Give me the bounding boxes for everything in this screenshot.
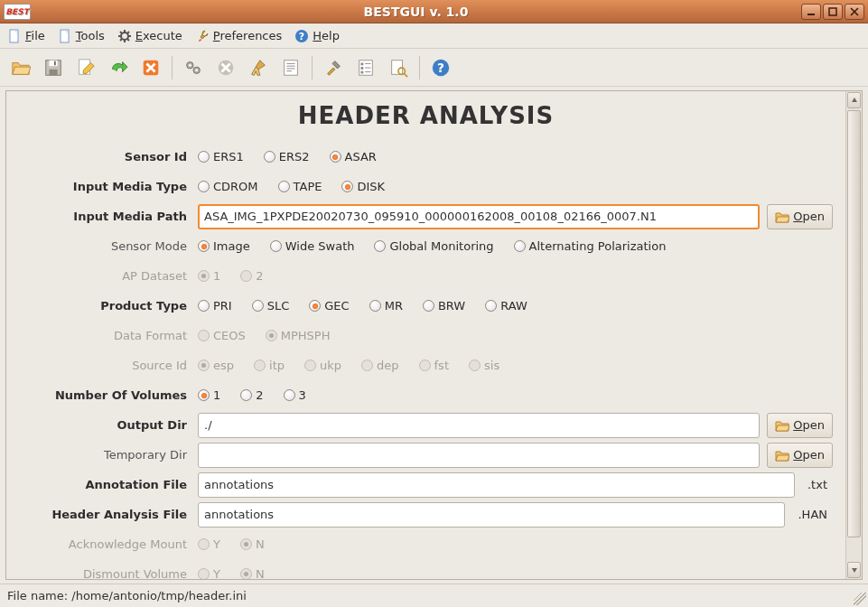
svg-point-4 xyxy=(121,33,128,40)
radio-ack-n: N xyxy=(240,537,265,551)
help-icon[interactable]: ? xyxy=(427,54,454,81)
temporary-dir-field[interactable] xyxy=(198,443,760,468)
radio-vol-2[interactable]: 2 xyxy=(240,388,263,402)
label-ack-mount: Acknowledge Mount xyxy=(19,537,198,551)
svg-point-23 xyxy=(189,63,191,66)
help-icon: ? xyxy=(294,29,309,43)
menu-tools[interactable]: Tools xyxy=(58,29,105,43)
label-num-volumes: Number Of Volumes xyxy=(19,388,198,402)
svg-line-40 xyxy=(404,73,407,77)
label-input-media-type: Input Media Type xyxy=(19,180,198,193)
radio-vol-3[interactable]: 3 xyxy=(284,388,306,402)
radio-df-mphsph: MPHSPH xyxy=(266,329,331,342)
open-folder-icon[interactable] xyxy=(7,54,34,81)
toolbar: ? xyxy=(0,49,868,87)
checklist-icon[interactable] xyxy=(352,54,379,81)
scroll-up-icon[interactable] xyxy=(847,92,861,108)
close-x-icon[interactable] xyxy=(137,54,164,81)
open-folder-icon xyxy=(775,210,789,224)
save-floppy-icon[interactable] xyxy=(40,54,67,81)
radio-media-disk[interactable]: DISK xyxy=(341,180,385,193)
radio-sensor-ers1[interactable]: ERS1 xyxy=(198,150,244,163)
svg-text:?: ? xyxy=(299,31,304,42)
edit-document-icon[interactable] xyxy=(72,54,99,81)
gears-icon[interactable] xyxy=(180,54,207,81)
annotation-file-ext: .txt xyxy=(802,478,833,491)
header-file-ext: .HAN xyxy=(792,508,833,521)
gear-icon xyxy=(117,29,132,43)
open-temp-dir-button[interactable]: Open xyxy=(767,443,833,468)
radio-sensor-asar[interactable]: ASAR xyxy=(330,150,377,163)
wrench-icon xyxy=(195,29,210,43)
menu-file[interactable]: File xyxy=(7,29,45,43)
radio-ptype-gec[interactable]: GEC xyxy=(309,299,349,313)
ap-dataset-group: 1 2 xyxy=(198,269,833,283)
svg-rect-0 xyxy=(807,14,815,15)
radio-src-itp: itp xyxy=(254,359,285,372)
radio-ptype-raw[interactable]: RAW xyxy=(485,299,527,313)
radio-ptype-pri[interactable]: PRI xyxy=(198,299,232,313)
menu-help[interactable]: ? Help xyxy=(294,29,340,43)
input-media-path-field[interactable] xyxy=(198,204,760,229)
open-folder-icon xyxy=(775,418,789,433)
radio-dis-y: Y xyxy=(198,567,220,579)
scroll-down-icon[interactable] xyxy=(847,562,861,578)
radio-media-cdrom[interactable]: CDROM xyxy=(198,180,258,193)
open-output-dir-button[interactable]: Open xyxy=(767,413,833,438)
radio-mode-wideswath[interactable]: Wide Swath xyxy=(270,239,355,253)
menu-preferences[interactable]: Preferences xyxy=(195,29,282,43)
menu-execute[interactable]: Execute xyxy=(117,29,182,43)
data-format-group: CEOS MPHSPH xyxy=(198,329,833,342)
broom-icon[interactable] xyxy=(245,54,272,81)
svg-rect-16 xyxy=(49,60,57,65)
label-source-id: Source Id xyxy=(19,359,198,372)
radio-vol-1[interactable]: 1 xyxy=(198,388,220,402)
radio-ptype-mr[interactable]: MR xyxy=(369,299,403,313)
radio-media-tape[interactable]: TAPE xyxy=(278,180,322,193)
open-media-path-button[interactable]: Open xyxy=(767,204,833,229)
sensor-mode-group: Image Wide Swath Global Monitoring Alter… xyxy=(198,239,833,253)
sensor-id-group: ERS1 ERS2 ASAR xyxy=(198,150,833,163)
svg-line-12 xyxy=(127,32,129,33)
radio-mode-image[interactable]: Image xyxy=(198,239,250,253)
arrow-redo-icon[interactable] xyxy=(105,54,132,81)
log-icon[interactable] xyxy=(277,54,304,81)
scroll-track[interactable] xyxy=(847,110,861,560)
svg-rect-1 xyxy=(829,8,836,15)
toolbar-separator xyxy=(312,56,313,79)
scroll-thumb[interactable] xyxy=(847,110,861,537)
header-file-field[interactable] xyxy=(198,502,785,528)
svg-rect-17 xyxy=(49,69,57,74)
resize-grip-icon[interactable] xyxy=(854,593,866,605)
svg-rect-36 xyxy=(361,70,364,73)
label-header-file: Header Analysis File xyxy=(19,508,198,521)
close-button[interactable] xyxy=(845,4,864,20)
input-media-type-group: CDROM TAPE DISK xyxy=(198,180,833,193)
docsearch-icon[interactable] xyxy=(385,54,412,81)
annotation-file-field[interactable] xyxy=(198,472,795,498)
output-dir-field[interactable] xyxy=(198,413,760,438)
radio-src-ukp: ukp xyxy=(304,359,341,372)
menu-file-label: File xyxy=(25,29,45,42)
radio-src-fst: fst xyxy=(419,359,449,372)
tools-icon[interactable] xyxy=(320,54,347,81)
radio-sensor-ers2[interactable]: ERS2 xyxy=(264,150,310,163)
label-output-dir: Output Dir xyxy=(19,418,198,432)
app-badge: BEST xyxy=(4,4,31,20)
radio-ptype-brw[interactable]: BRW xyxy=(423,299,465,313)
cancel-circle-icon[interactable] xyxy=(212,54,239,81)
radio-mode-global[interactable]: Global Monitoring xyxy=(374,239,493,253)
maximize-button[interactable] xyxy=(823,4,843,20)
menubar: File Tools Execute Preferences ? Help xyxy=(0,23,868,49)
document-icon xyxy=(58,29,72,43)
radio-ap-1: 1 xyxy=(198,269,220,283)
status-bar: File name: /home/antonio/tmp/header.ini xyxy=(0,584,868,607)
radio-mode-altpolar[interactable]: Alternating Polarization xyxy=(514,239,667,253)
vertical-scrollbar[interactable] xyxy=(845,91,862,579)
svg-rect-18 xyxy=(54,61,56,65)
menu-help-label: Help xyxy=(313,29,340,42)
radio-ack-y: Y xyxy=(198,537,220,551)
radio-ptype-slc[interactable]: SLC xyxy=(252,299,290,313)
minimize-button[interactable] xyxy=(801,4,821,20)
label-data-format: Data Format xyxy=(19,329,198,342)
